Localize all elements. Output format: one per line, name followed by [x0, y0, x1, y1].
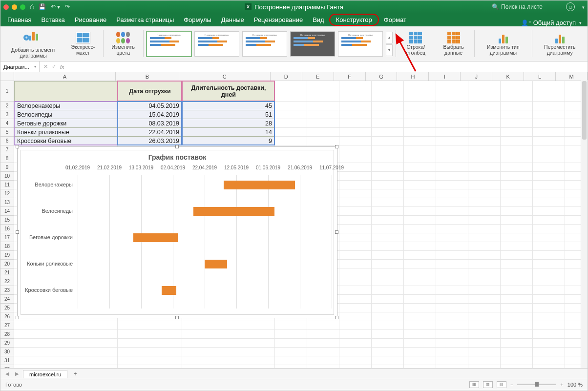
column-header[interactable]: F — [334, 72, 366, 81]
row-header[interactable]: 10 — [0, 172, 14, 181]
sheet-nav-first[interactable]: ◀ — [3, 371, 11, 376]
column-header[interactable]: I — [429, 72, 461, 81]
confirm-formula-icon[interactable]: ✓ — [52, 63, 56, 70]
view-page-break-button[interactable]: ▤ — [497, 381, 506, 388]
row-header[interactable]: 17 — [0, 233, 14, 242]
row-header[interactable]: 6 — [0, 137, 14, 145]
tab-data[interactable]: Данные — [216, 14, 249, 26]
row-header[interactable]: 13 — [0, 198, 14, 207]
cell[interactable]: 28 — [182, 119, 275, 128]
cell[interactable]: 08.03.2019 — [118, 119, 182, 128]
row-header[interactable]: 32 — [0, 365, 14, 368]
cancel-formula-icon[interactable]: ✕ — [43, 63, 48, 70]
chart-style-thumb[interactable]: Название диаграммы — [147, 31, 191, 57]
row-header[interactable]: 1 — [0, 81, 14, 102]
row-header[interactable]: 16 — [0, 225, 14, 233]
row-header[interactable]: 29 — [0, 339, 14, 348]
redo-icon[interactable]: ↷ — [65, 3, 70, 10]
cell[interactable]: 45 — [182, 102, 275, 110]
add-sheet-button[interactable]: + — [69, 370, 81, 378]
tab-format[interactable]: Формат — [379, 14, 411, 26]
save-icon[interactable]: 💾 — [39, 3, 46, 10]
search-box[interactable]: 🔍 — [492, 3, 560, 10]
row-header[interactable]: 25 — [0, 304, 14, 312]
chart-style-thumb[interactable]: Название диаграммы — [290, 31, 335, 57]
column-header[interactable]: D — [271, 72, 302, 81]
row-header[interactable]: 27 — [0, 321, 14, 330]
cell[interactable]: 14 — [182, 128, 275, 137]
autosave-icon[interactable]: ⎙ — [30, 3, 34, 10]
view-page-layout-button[interactable]: ▥ — [483, 381, 493, 388]
column-header[interactable]: G — [366, 72, 398, 81]
row-header[interactable]: 12 — [0, 189, 14, 198]
change-colors-button[interactable]: Изменить цвета — [106, 26, 140, 61]
zoom-in-button[interactable]: + — [560, 382, 563, 388]
tab-insert[interactable]: Вставка — [36, 14, 69, 26]
row-header[interactable]: 4 — [0, 119, 14, 128]
name-box[interactable]: Диаграм...▾ — [0, 62, 40, 72]
column-header[interactable]: E — [302, 72, 334, 81]
cell[interactable]: Велосипеды — [14, 110, 118, 119]
search-input[interactable] — [501, 3, 550, 10]
quick-layout-button[interactable]: Экспресс-макет — [66, 26, 100, 61]
column-header[interactable]: B — [116, 72, 179, 81]
switch-row-column-button[interactable]: Строка/столбец — [399, 26, 433, 61]
row-header[interactable]: 3 — [0, 110, 14, 119]
row-header[interactable]: 23 — [0, 286, 14, 295]
row-header[interactable]: 9 — [0, 163, 14, 172]
row-header[interactable]: 30 — [0, 348, 14, 356]
cell[interactable]: 04.05.2019 — [118, 102, 182, 110]
close-window-button[interactable] — [3, 4, 9, 10]
cell[interactable]: 22.04.2019 — [118, 128, 182, 137]
minimize-window-button[interactable] — [12, 4, 17, 10]
column-header[interactable]: A — [14, 72, 116, 81]
row-header[interactable]: 22 — [0, 277, 14, 286]
cell[interactable] — [14, 81, 118, 102]
chart-style-thumb[interactable]: Название диаграммы — [338, 31, 383, 57]
feedback-icon[interactable]: ☺ — [566, 2, 575, 11]
tab-view[interactable]: Вид — [308, 14, 329, 26]
cell[interactable]: Коньки роликовые — [14, 128, 118, 137]
cell[interactable]: Кроссовки беговые — [14, 137, 118, 145]
row-header[interactable]: 15 — [0, 216, 14, 225]
row-header[interactable]: 8 — [0, 154, 14, 163]
chart-style-thumb[interactable]: Название диаграммы — [194, 31, 239, 57]
row-header[interactable]: 20 — [0, 260, 14, 268]
row-header[interactable]: 18 — [0, 242, 14, 251]
row-header[interactable]: 19 — [0, 251, 14, 260]
row-header[interactable]: 24 — [0, 295, 14, 304]
cell[interactable]: 15.04.2019 — [118, 110, 182, 119]
tab-draw[interactable]: Рисование — [70, 14, 111, 26]
zoom-out-button[interactable]: − — [510, 382, 513, 388]
tab-formulas[interactable]: Формулы — [179, 14, 216, 26]
vertical-scrollbar[interactable] — [581, 80, 588, 368]
row-header[interactable]: 28 — [0, 330, 14, 339]
embedded-chart[interactable]: График поставок01.02.201921.02.201913.03… — [17, 146, 337, 318]
sheet-nav-prev[interactable]: ▶ — [13, 371, 21, 376]
spreadsheet-grid[interactable]: ABCDEFGHIJKLM 12345678910111213141516171… — [0, 72, 588, 368]
column-header[interactable]: K — [492, 72, 524, 81]
sheet-tab[interactable]: microexcel.ru — [23, 370, 67, 378]
row-header[interactable]: 26 — [0, 312, 14, 321]
row-header[interactable]: 21 — [0, 268, 14, 277]
cell[interactable]: Длительность доставки, дней — [182, 81, 275, 102]
add-chart-element-button[interactable]: + Добавить элемент диаграммы — [3, 26, 63, 61]
cell[interactable]: 26.03.2019 — [118, 137, 182, 145]
column-header[interactable]: H — [397, 72, 429, 81]
fx-icon[interactable]: fx — [60, 64, 64, 70]
change-chart-type-button[interactable]: Изменить тип диаграммы — [478, 26, 529, 61]
cell[interactable]: 51 — [182, 110, 275, 119]
row-header[interactable]: 2 — [0, 102, 14, 110]
tab-home[interactable]: Главная — [2, 14, 36, 26]
view-normal-button[interactable]: ▦ — [469, 381, 479, 388]
column-header[interactable]: L — [524, 72, 556, 81]
tab-design[interactable]: Конструктор — [329, 14, 379, 26]
chart-styles-gallery[interactable]: Название диаграммы Название диаграммы На… — [147, 31, 393, 57]
share-button[interactable]: 👤⁺ Общий доступ — [521, 19, 586, 26]
maximize-window-button[interactable] — [20, 4, 25, 10]
move-chart-button[interactable]: Переместить диаграмму — [535, 26, 585, 61]
row-header[interactable]: 31 — [0, 356, 14, 365]
undo-icon[interactable]: ↶ ▾ — [51, 3, 60, 10]
cell[interactable]: Беговые дорожки — [14, 119, 118, 128]
select-data-button[interactable]: Выбрать данные — [436, 26, 471, 61]
